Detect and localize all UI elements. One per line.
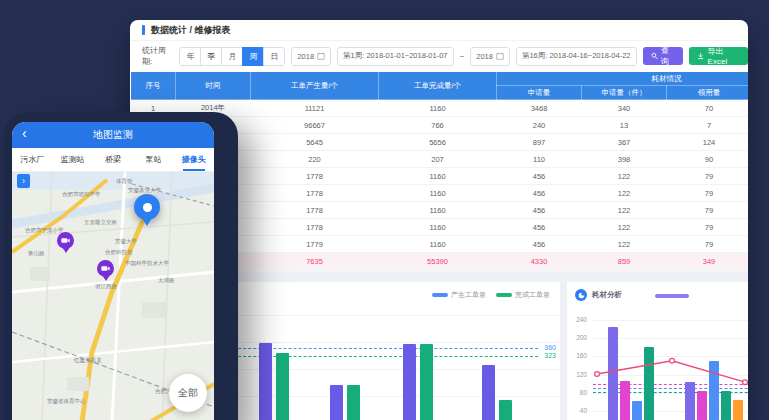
breadcrumb: 数据统计 / 维修报表 (130, 20, 748, 41)
end-year-select[interactable]: 2018 (470, 47, 510, 66)
map-canvas[interactable]: 体育馆安徽农业大学合肥市琥珀中学五里墩立交桥合肥市宁溪小学安徽大学合肥科技馆中国… (12, 172, 214, 420)
table-cell: 79 (667, 219, 749, 236)
legend-pill (432, 293, 448, 297)
camera-pin[interactable] (57, 232, 74, 249)
period-option-季[interactable]: 季 (200, 47, 222, 66)
table-cell: 1779 (251, 236, 379, 253)
bar-完成工单量 (420, 344, 433, 420)
consumables-chart: 耗材分析 2402001601208040 (567, 282, 748, 420)
filter-toolbar: 统计周期: 年季月周日 2018 第1周: 2018-01-01~2018-01… (130, 41, 748, 71)
legend-item-完成工单量: 完成工单量 (496, 290, 550, 300)
map-label: 红星美凯龙 (74, 357, 102, 364)
column-header: 时间 (176, 72, 251, 100)
period-label: 统计周期: (142, 45, 173, 67)
selected-camera-pin[interactable] (134, 194, 160, 220)
table-cell: 1160 (379, 185, 497, 202)
phone-mockup: ‹ 地图监测 污水厂监测站桥梁泵站摄像头 (4, 112, 238, 420)
export-excel-button[interactable]: 导出Excel (689, 47, 748, 65)
table-cell: 220 (251, 151, 379, 168)
y-axis-tick: 40 (569, 407, 587, 414)
table-cell: 1778 (251, 168, 379, 185)
bar (608, 327, 618, 420)
workorder-bar-chart: 产生工单量完成工单量360323 (208, 282, 560, 420)
period-option-年[interactable]: 年 (179, 47, 201, 66)
start-year-select[interactable]: 2018 (291, 47, 331, 66)
period-option-月[interactable]: 月 (221, 47, 243, 66)
end-week-input[interactable]: 第16周: 2018-04-16~2018-04-22 (516, 47, 637, 66)
title-accent-bar (142, 25, 145, 35)
back-button[interactable]: ‹ (22, 125, 27, 141)
map-label: 太湖路 (158, 277, 175, 284)
table-cell: 859 (582, 253, 667, 270)
bar (644, 347, 654, 420)
map-label: 合肥科技馆 (105, 249, 133, 256)
expand-panel-button[interactable]: › (17, 174, 30, 188)
gridline (593, 320, 748, 321)
map-category-tabs: 污水厂监测站桥梁泵站摄像头 (12, 148, 214, 172)
pin-dot (143, 203, 152, 212)
table-cell: 124 (667, 134, 749, 151)
line-legend-pill (655, 294, 689, 298)
table-cell: 122 (582, 185, 667, 202)
bar (620, 381, 630, 420)
period-option-日[interactable]: 日 (263, 47, 285, 66)
map-label: 安徽农业大学 (128, 187, 161, 194)
map-label: 合肥市宁溪小学 (25, 227, 64, 234)
table-cell: 456 (497, 202, 582, 219)
app-title: 地图监测 (93, 128, 133, 142)
y-axis-tick: 200 (569, 334, 587, 341)
table-cell: 766 (379, 117, 497, 134)
bar-产生工单量 (259, 343, 272, 420)
sub-column-header: 申请量 (497, 86, 582, 100)
legend-label: 完成工单量 (515, 290, 550, 300)
table-cell: 13 (582, 117, 667, 134)
bar-产生工单量 (403, 344, 416, 420)
table-cell: 7 (667, 117, 749, 134)
map-label: 中国科学技术大学 (125, 260, 169, 267)
table-cell: 207 (379, 151, 497, 168)
chart-title: 耗材分析 (592, 290, 622, 300)
bar-完成工单量 (276, 353, 289, 420)
table-cell: 340 (582, 100, 667, 117)
table-cell: 90 (667, 151, 749, 168)
table-cell: 456 (497, 168, 582, 185)
table-cell: 456 (497, 236, 582, 253)
table-cell: 5645 (251, 134, 379, 151)
table-cell: 1778 (251, 219, 379, 236)
period-option-周[interactable]: 周 (242, 47, 264, 66)
bar (697, 391, 707, 420)
range-separator: ~ (460, 52, 465, 61)
table-cell: 1160 (379, 100, 497, 117)
tab-监测站[interactable]: 监测站 (52, 148, 92, 171)
table-cell: 122 (582, 236, 667, 253)
bar-产生工单量 (482, 365, 495, 420)
chart-header: 耗材分析 (575, 289, 622, 301)
query-button[interactable]: 查询 (643, 47, 684, 65)
table-cell: 122 (582, 202, 667, 219)
table-cell: 96667 (251, 117, 379, 134)
bar (709, 361, 719, 420)
reference-line (208, 356, 538, 357)
table-cell: 1778 (251, 202, 379, 219)
table-cell: 55390 (379, 253, 497, 270)
table-cell: 1160 (379, 219, 497, 236)
camera-pin[interactable] (97, 260, 114, 277)
reference-label: 323 (544, 352, 556, 359)
table-cell: 79 (667, 202, 749, 219)
map-label: 安徽省体育中心 (47, 398, 86, 405)
tab-泵站[interactable]: 泵站 (133, 148, 173, 171)
group-header: 耗材情况 (497, 72, 749, 86)
tab-污水厂[interactable]: 污水厂 (12, 148, 52, 171)
search-icon (651, 52, 658, 60)
desktop-background: 数据统计 / 维修报表 统计周期: 年季月周日 2018 第1周: 2018-0… (0, 0, 769, 420)
tab-桥梁[interactable]: 桥梁 (93, 148, 133, 171)
bar (733, 400, 743, 420)
legend-item-产生工单量: 产生工单量 (432, 290, 486, 300)
start-week-input[interactable]: 第1周: 2018-01-01~2018-01-07 (337, 47, 453, 66)
table-cell: 1160 (379, 202, 497, 219)
bar (685, 382, 695, 420)
tab-摄像头[interactable]: 摄像头 (174, 148, 214, 171)
show-all-button[interactable]: 全部 (169, 374, 207, 412)
y-axis-tick: 160 (569, 352, 587, 359)
table-cell: 122 (582, 219, 667, 236)
